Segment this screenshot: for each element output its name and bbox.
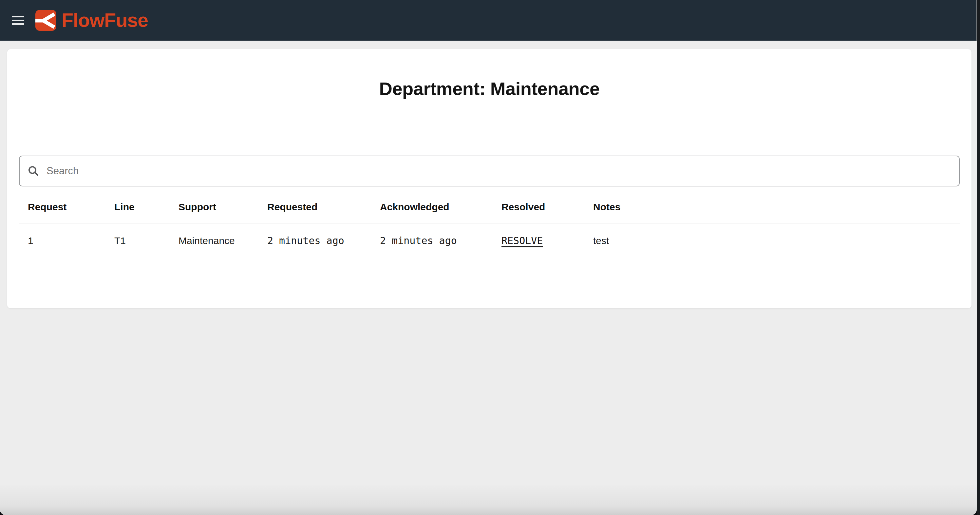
table-row: 1 T1 Maintenance 2 minutes ago 2 minutes…	[19, 223, 960, 258]
cell-line: T1	[105, 223, 170, 258]
cell-notes: test	[584, 223, 960, 258]
cell-requested: 2 minutes ago	[258, 223, 371, 258]
column-header-resolved: Resolved	[493, 191, 584, 223]
column-header-line: Line	[105, 191, 170, 223]
top-navbar: FlowFuse	[0, 0, 977, 41]
column-header-requested: Requested	[258, 191, 371, 223]
search-box[interactable]	[19, 156, 960, 187]
cell-request: 1	[19, 223, 105, 258]
flowfuse-logo[interactable]: FlowFuse	[35, 9, 148, 32]
column-header-notes: Notes	[584, 191, 960, 223]
hamburger-icon	[12, 16, 24, 18]
column-header-request: Request	[19, 191, 105, 223]
browser-window: FlowFuse Department: Maintenance	[0, 0, 977, 515]
menu-button[interactable]	[12, 16, 24, 25]
department-card: Department: Maintenance Request Line	[7, 49, 972, 308]
table-header-row: Request Line Support Requested Acknowled…	[19, 191, 960, 223]
cell-acknowledged: 2 minutes ago	[371, 223, 493, 258]
page-title: Department: Maintenance	[7, 49, 972, 99]
search-icon	[27, 165, 39, 177]
scrollbar-track[interactable]	[977, 0, 980, 515]
hamburger-icon	[12, 20, 24, 21]
brand-name: FlowFuse	[62, 9, 148, 32]
flowfuse-fork-icon	[35, 10, 56, 31]
hamburger-icon	[12, 23, 24, 25]
cell-support: Maintenance	[170, 223, 258, 258]
resolve-link[interactable]: RESOLVE	[501, 235, 543, 246]
column-header-support: Support	[170, 191, 258, 223]
column-header-acknowledged: Acknowledged	[371, 191, 493, 223]
scrollbar-notch	[976, 0, 977, 41]
page-background: Department: Maintenance Request Line	[0, 41, 977, 514]
requests-table: Request Line Support Requested Acknowled…	[19, 191, 960, 258]
search-input[interactable]	[46, 165, 951, 177]
